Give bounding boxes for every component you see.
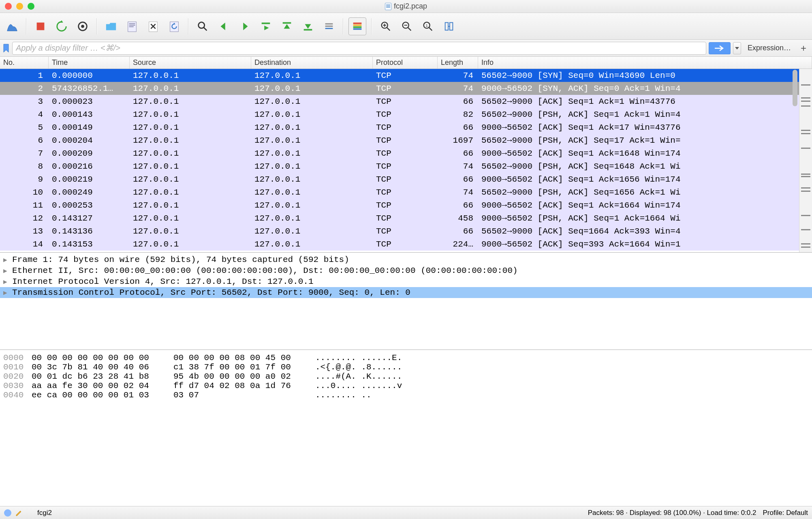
- intelligent-scrollbar[interactable]: [799, 69, 812, 252]
- packet-row[interactable]: 100.000249127.0.0.1127.0.0.1TCP7456502→9…: [0, 186, 812, 199]
- tree-item[interactable]: ▶Transmission Control Protocol, Src Port…: [0, 287, 812, 298]
- packet-list-pane[interactable]: 10.000000127.0.0.1127.0.0.1TCP7456502→90…: [0, 69, 812, 252]
- column-header-no[interactable]: No.: [0, 57, 49, 69]
- hex-line[interactable]: 001000 3c 7b 81 40 00 40 06c1 38 7f 00 0…: [0, 362, 812, 372]
- zoom-in-button[interactable]: [377, 17, 395, 35]
- close-file-button[interactable]: [144, 17, 162, 35]
- cell-no: 10: [0, 188, 49, 197]
- tree-item[interactable]: ▶Internet Protocol Version 4, Src: 127.0…: [0, 276, 812, 287]
- column-header-protocol[interactable]: Protocol: [373, 57, 438, 69]
- expand-arrow-icon[interactable]: ▶: [3, 278, 9, 286]
- hex-bytes: 03 07: [173, 390, 315, 400]
- cell-time: 574326852.1…: [49, 84, 130, 93]
- cell-destination: 127.0.0.1: [251, 136, 373, 145]
- expand-arrow-icon[interactable]: ▶: [3, 256, 9, 264]
- restart-capture-button[interactable]: [53, 17, 71, 35]
- hex-ascii: ........ ..: [315, 390, 809, 400]
- column-header-info[interactable]: Info: [478, 57, 812, 69]
- packet-row[interactable]: 50.000149127.0.0.1127.0.0.1TCP669000→565…: [0, 121, 812, 134]
- filter-toolbar: Expression… +: [0, 40, 812, 57]
- cell-info: 56502→9000 [PSH, ACK] Seq=1 Ack=1 Win=4: [478, 110, 812, 119]
- reload-file-button[interactable]: [165, 17, 183, 35]
- go-forward-button[interactable]: [236, 17, 254, 35]
- column-header-time[interactable]: Time: [49, 57, 130, 69]
- expert-info-icon[interactable]: [4, 509, 11, 517]
- toolbar-separator: [26, 18, 27, 34]
- expression-button[interactable]: Expression…: [744, 42, 795, 55]
- go-first-packet-button[interactable]: [278, 17, 296, 35]
- find-packet-button[interactable]: [194, 17, 212, 35]
- cell-protocol: TCP: [373, 227, 438, 236]
- hex-bytes: aa aa fe 30 00 00 02 04: [32, 381, 173, 390]
- packet-list-scrollbar[interactable]: [791, 69, 798, 252]
- packet-row[interactable]: 130.143136127.0.0.1127.0.0.1TCP6656502→9…: [0, 225, 812, 238]
- svg-rect-25: [450, 22, 453, 30]
- auto-scroll-button[interactable]: [320, 17, 338, 35]
- zoom-reset-button[interactable]: 1: [419, 17, 437, 35]
- cell-no: 8: [0, 162, 49, 171]
- packet-row[interactable]: 80.000216127.0.0.1127.0.0.1TCP7456502→90…: [0, 160, 812, 173]
- svg-rect-15: [325, 28, 333, 29]
- packet-row[interactable]: 10.000000127.0.0.1127.0.0.1TCP7456502→90…: [0, 69, 812, 82]
- edit-capture-comment-icon[interactable]: [15, 509, 23, 517]
- expand-arrow-icon[interactable]: ▶: [3, 267, 9, 275]
- hex-bytes: 95 4b 00 00 00 00 a0 02: [173, 372, 315, 381]
- packet-row[interactable]: 90.000219127.0.0.1127.0.0.1TCP669000→565…: [0, 173, 812, 186]
- cell-time: 0.143153: [49, 240, 130, 249]
- hex-line[interactable]: 002000 01 dc b6 23 28 41 b895 4b 00 00 0…: [0, 372, 812, 381]
- packet-row[interactable]: 70.000209127.0.0.1127.0.0.1TCP669000→565…: [0, 147, 812, 160]
- packet-row[interactable]: 120.143127127.0.0.1127.0.0.1TCP4589000→5…: [0, 212, 812, 225]
- wireshark-logo-icon[interactable]: [3, 17, 21, 35]
- packet-details-pane[interactable]: ▶Frame 1: 74 bytes on wire (592 bits), 7…: [0, 252, 812, 350]
- packet-row[interactable]: 40.000143127.0.0.1127.0.0.1TCP8256502→90…: [0, 108, 812, 121]
- svg-text:1: 1: [426, 23, 428, 27]
- tree-item[interactable]: ▶Ethernet II, Src: 00:00:00_00:00:00 (00…: [0, 265, 812, 276]
- cell-length: 66: [438, 97, 478, 106]
- cell-no: 1: [0, 71, 49, 80]
- cell-info: 56502→9000 [ACK] Seq=1664 Ack=393 Win=4: [478, 227, 812, 236]
- bookmark-icon[interactable]: [2, 43, 10, 53]
- tree-item[interactable]: ▶Frame 1: 74 bytes on wire (592 bits), 7…: [0, 254, 812, 265]
- svg-rect-11: [283, 22, 291, 24]
- packet-row[interactable]: 30.000023127.0.0.1127.0.0.1TCP6656502→90…: [0, 95, 812, 108]
- statusbar: fcgi2 Packets: 98 · Displayed: 98 (100.0…: [0, 506, 812, 519]
- packet-row[interactable]: 140.143153127.0.0.1127.0.0.1TCP224…9000→…: [0, 238, 812, 251]
- zoom-out-button[interactable]: [398, 17, 416, 35]
- cell-no: 12: [0, 214, 49, 223]
- column-header-length[interactable]: Length: [438, 57, 478, 69]
- capture-options-button[interactable]: [74, 17, 92, 35]
- go-last-packet-button[interactable]: [299, 17, 317, 35]
- display-filter-input[interactable]: [12, 42, 706, 55]
- svg-rect-12: [304, 29, 312, 30]
- hex-bytes: 00 00 00 00 08 00 45 00: [173, 353, 315, 362]
- apply-filter-button[interactable]: [709, 42, 731, 54]
- hex-line[interactable]: 000000 00 00 00 00 00 00 0000 00 00 00 0…: [0, 353, 812, 362]
- colorize-button[interactable]: [348, 17, 366, 35]
- cell-source: 127.0.0.1: [130, 175, 251, 184]
- go-to-packet-button[interactable]: [257, 17, 275, 35]
- go-back-button[interactable]: [215, 17, 233, 35]
- scrollbar-thumb[interactable]: [793, 70, 797, 106]
- save-file-button[interactable]: [123, 17, 141, 35]
- cell-protocol: TCP: [373, 84, 438, 93]
- cell-length: 66: [438, 149, 478, 158]
- stop-capture-button[interactable]: [32, 17, 49, 35]
- open-file-button[interactable]: [102, 17, 120, 35]
- packet-row[interactable]: 60.000204127.0.0.1127.0.0.1TCP169756502→…: [0, 134, 812, 147]
- cell-no: 3: [0, 97, 49, 106]
- status-profile[interactable]: Profile: Default: [763, 509, 808, 517]
- column-header-source[interactable]: Source: [130, 57, 251, 69]
- hex-bytes: 00 01 dc b6 23 28 41 b8: [32, 372, 173, 381]
- packet-row[interactable]: 110.000253127.0.0.1127.0.0.1TCP669000→56…: [0, 199, 812, 212]
- hex-line[interactable]: 0040ee ca 00 00 00 00 01 0303 07........…: [0, 390, 812, 400]
- column-header-destination[interactable]: Destination: [251, 57, 373, 69]
- add-filter-button[interactable]: +: [797, 42, 810, 54]
- expand-arrow-icon[interactable]: ▶: [3, 289, 9, 297]
- filter-history-dropdown[interactable]: [733, 42, 741, 54]
- packet-bytes-pane[interactable]: 000000 00 00 00 00 00 00 0000 00 00 00 0…: [0, 350, 812, 506]
- resize-columns-button[interactable]: [440, 17, 458, 35]
- cell-destination: 127.0.0.1: [251, 162, 373, 171]
- cell-length: 74: [438, 188, 478, 197]
- packet-row[interactable]: 2574326852.1…127.0.0.1127.0.0.1TCP749000…: [0, 82, 812, 95]
- hex-line[interactable]: 0030aa aa fe 30 00 00 02 04ff d7 04 02 0…: [0, 381, 812, 390]
